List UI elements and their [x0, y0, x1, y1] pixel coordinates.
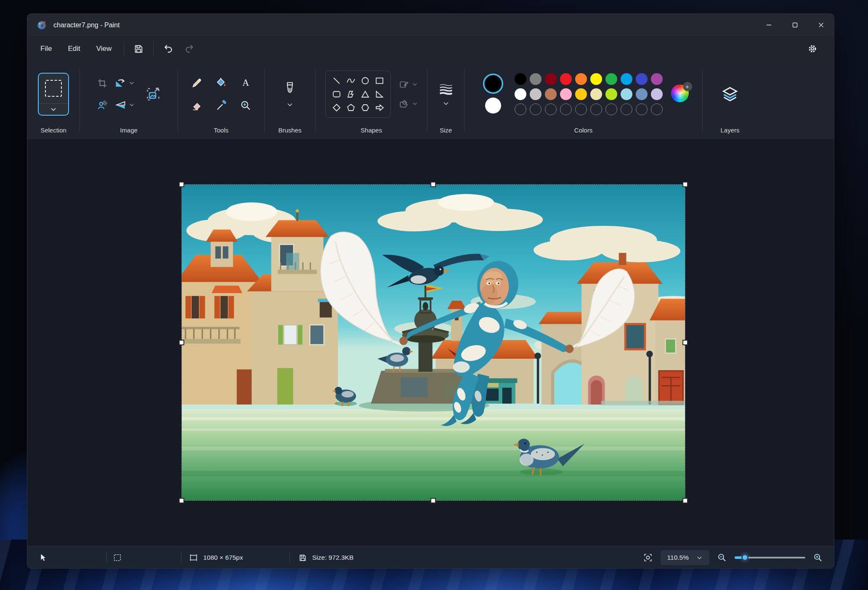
- color-swatch[interactable]: [621, 73, 632, 85]
- empty-color-slot[interactable]: [651, 103, 663, 115]
- maximize-button[interactable]: [782, 14, 808, 36]
- shape-pentagon[interactable]: [344, 101, 358, 114]
- resize-image-button[interactable]: [146, 87, 161, 102]
- color-swatch[interactable]: [545, 73, 557, 85]
- color-swatch[interactable]: [651, 88, 663, 100]
- empty-color-slot[interactable]: [621, 103, 632, 115]
- selection-handle[interactable]: [682, 340, 688, 345]
- zoom-slider[interactable]: [735, 554, 805, 561]
- section-label-image: Image: [80, 127, 178, 139]
- canvas-area[interactable]: [27, 139, 834, 546]
- fill-color-button[interactable]: [215, 77, 227, 89]
- color-swatch[interactable]: [575, 73, 587, 85]
- empty-color-slot[interactable]: [590, 103, 602, 115]
- color-picker-button[interactable]: [215, 100, 227, 111]
- selection-handle[interactable]: [179, 340, 184, 345]
- color-swatch[interactable]: [590, 73, 602, 85]
- fit-to-window-button[interactable]: [643, 553, 653, 563]
- chevron-down-icon: [443, 101, 449, 106]
- chevron-down-icon: [287, 103, 293, 107]
- flip-button[interactable]: [114, 99, 135, 111]
- color-swatch[interactable]: [575, 88, 587, 100]
- shape-curve[interactable]: [344, 74, 358, 87]
- shape-right-triangle[interactable]: [373, 88, 386, 101]
- shape-oval[interactable]: [358, 74, 372, 87]
- settings-button[interactable]: [802, 41, 823, 57]
- rotate-button[interactable]: [114, 77, 135, 89]
- size-button[interactable]: [438, 83, 454, 106]
- color-swatch[interactable]: [545, 88, 557, 100]
- color-swatch[interactable]: [515, 73, 526, 85]
- canvas-selection[interactable]: [181, 184, 685, 501]
- shape-rectangle[interactable]: [373, 74, 386, 87]
- empty-color-slot[interactable]: [560, 103, 572, 115]
- color-swatch[interactable]: [636, 88, 648, 100]
- selection-handle[interactable]: [682, 498, 688, 503]
- rounded-rectangle-icon: [332, 89, 342, 99]
- shape-hexagon[interactable]: [358, 101, 372, 114]
- empty-color-slot[interactable]: [545, 103, 557, 115]
- menu-edit[interactable]: Edit: [60, 41, 88, 56]
- foreground-color-swatch[interactable]: [484, 75, 502, 93]
- color-swatch[interactable]: [621, 88, 632, 100]
- save-button[interactable]: [128, 41, 149, 57]
- magnifier-button[interactable]: [240, 100, 252, 111]
- brushes-button[interactable]: [284, 82, 296, 107]
- eraser-icon: [191, 100, 203, 111]
- section-label-layers: Layers: [703, 127, 757, 139]
- shape-diamond[interactable]: [330, 101, 343, 114]
- color-swatch[interactable]: [530, 88, 542, 100]
- pencil-button[interactable]: [191, 77, 203, 89]
- menu-file[interactable]: File: [32, 41, 60, 56]
- eraser-button[interactable]: [191, 100, 203, 111]
- background-color-swatch[interactable]: [485, 98, 501, 114]
- color-swatch[interactable]: [530, 73, 542, 85]
- text-tool-button[interactable]: A: [240, 77, 252, 89]
- zoom-out-button[interactable]: [717, 553, 727, 563]
- shape-rounded-rectangle[interactable]: [330, 88, 343, 101]
- color-swatch[interactable]: [605, 73, 617, 85]
- zoom-in-button[interactable]: [813, 553, 823, 563]
- color-swatch[interactable]: [590, 88, 602, 100]
- rotate-icon: [114, 77, 126, 89]
- selection-dropdown[interactable]: [39, 104, 68, 115]
- zoom-level-dropdown[interactable]: 110.5%: [661, 550, 709, 565]
- color-swatch[interactable]: [651, 73, 663, 85]
- shape-fill-button[interactable]: [398, 98, 418, 109]
- redo-button[interactable]: [179, 41, 200, 57]
- color-swatch[interactable]: [636, 73, 648, 85]
- menu-view[interactable]: View: [88, 41, 120, 56]
- empty-color-slot[interactable]: [636, 103, 648, 115]
- redo-icon: [184, 43, 195, 54]
- crop-button[interactable]: [97, 78, 109, 89]
- selection-handle[interactable]: [430, 498, 436, 503]
- selection-handle[interactable]: [430, 182, 436, 187]
- shape-arrow-right[interactable]: [373, 101, 386, 114]
- close-button[interactable]: [808, 14, 834, 36]
- selection-handle[interactable]: [179, 182, 184, 187]
- undo-button[interactable]: [158, 41, 179, 57]
- undo-icon: [163, 43, 174, 54]
- section-label-size: Size: [427, 127, 464, 139]
- color-swatch[interactable]: [605, 88, 617, 100]
- color-swatch[interactable]: [515, 88, 526, 100]
- section-brushes: Brushes: [265, 61, 315, 139]
- empty-color-slot[interactable]: [530, 103, 542, 115]
- shape-polygon[interactable]: [344, 88, 358, 101]
- empty-color-slot[interactable]: [605, 103, 617, 115]
- shape-line[interactable]: [330, 74, 343, 87]
- selection-handle[interactable]: [682, 182, 688, 187]
- color-swatch[interactable]: [560, 88, 572, 100]
- edit-colors-button[interactable]: +: [671, 85, 690, 104]
- shape-triangle[interactable]: [358, 88, 372, 101]
- color-swatch[interactable]: [560, 73, 572, 85]
- layers-button[interactable]: [720, 85, 740, 103]
- remove-background-button[interactable]: [97, 99, 109, 111]
- selection-handle[interactable]: [179, 498, 184, 503]
- empty-color-slot[interactable]: [575, 103, 587, 115]
- empty-color-slot[interactable]: [515, 103, 526, 115]
- selection-tool-button[interactable]: [38, 73, 69, 116]
- shape-outline-button[interactable]: [398, 79, 418, 90]
- zoom-slider-thumb[interactable]: [741, 554, 749, 561]
- minimize-button[interactable]: [756, 14, 782, 36]
